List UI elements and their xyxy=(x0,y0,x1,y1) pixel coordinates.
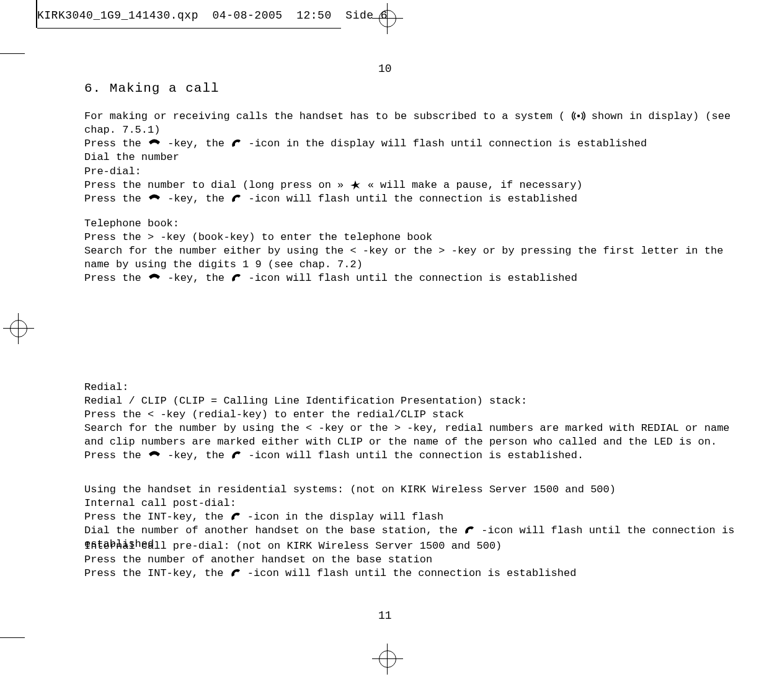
text: -key, the xyxy=(167,272,231,284)
intro-paragraph: For making or receiving calls the handse… xyxy=(84,110,748,164)
crop-mark-horizontal xyxy=(37,28,341,29)
crop-tick-left-bottom xyxy=(0,637,25,638)
phonebook-paragraph: Telephone book: Press the > -key (book-k… xyxy=(84,217,748,285)
header-filename: KIRK3040_1G9_141430.qxp xyxy=(37,9,198,22)
text: Dial the number xyxy=(84,151,748,164)
text: -icon in the display will flash xyxy=(247,511,443,523)
page-number-top: 10 xyxy=(378,63,392,75)
redial-paragraph: Redial: Redial / CLIP (CLIP = Calling Li… xyxy=(84,381,748,463)
text: Redial / CLIP (CLIP = Calling Line Ident… xyxy=(84,394,748,408)
header-side: Side 6 xyxy=(345,9,388,22)
text: Press the xyxy=(84,450,148,461)
text: Dial the number of another handset on th… xyxy=(84,525,464,536)
subheading: Telephone book: xyxy=(84,217,748,231)
text: Press the < -key (redial-key) to enter t… xyxy=(84,408,748,422)
hook-icon xyxy=(231,450,242,460)
hook-key-icon xyxy=(148,273,161,283)
text: « will make a pause, if necessary) xyxy=(368,179,583,191)
hook-key-icon xyxy=(148,193,161,203)
registration-mark-left xyxy=(3,313,34,344)
text: Press the number to dial (long press on … xyxy=(84,179,344,191)
text: -icon in the display will flash until co… xyxy=(248,138,647,149)
text: -icon will flash until the connection is… xyxy=(248,272,577,284)
subheading: Internal call pre-dial: (not on KIRK Wir… xyxy=(84,539,748,553)
text: -key, the xyxy=(167,193,231,205)
text: Search for the number either by using th… xyxy=(84,244,748,272)
text: Press the xyxy=(84,193,148,205)
text: -icon will flash until the connection is… xyxy=(248,193,577,205)
internal-predial-paragraph: Internal call pre-dial: (not on KIRK Wir… xyxy=(84,539,748,580)
signal-icon xyxy=(572,111,585,121)
text: -key, the xyxy=(167,138,231,149)
hook-icon xyxy=(464,525,475,535)
text: For making or receiving calls the handse… xyxy=(84,110,572,122)
text: Search for the number by using the < -ke… xyxy=(84,422,748,449)
text: Press the INT-key, the xyxy=(84,511,230,523)
hook-key-icon xyxy=(148,450,161,460)
text: -icon will flash until the connection is… xyxy=(247,567,577,579)
hook-icon xyxy=(230,568,241,578)
subheading: Pre-dial: xyxy=(84,165,748,179)
hook-icon xyxy=(231,193,242,203)
hook-icon xyxy=(230,512,241,521)
star-key-icon xyxy=(350,180,361,190)
text: -icon will flash until the connection is… xyxy=(248,450,584,461)
hook-icon xyxy=(231,138,242,148)
text: Press the xyxy=(84,272,148,284)
hook-key-icon xyxy=(148,138,161,148)
text: -key, the xyxy=(167,450,231,461)
page-number-bottom: 11 xyxy=(378,609,392,622)
hook-icon xyxy=(231,273,242,283)
text: Press the xyxy=(84,138,148,149)
text: Press the INT-key, the xyxy=(84,567,230,579)
registration-mark-bottom xyxy=(372,644,403,675)
header-date: 04-08-2005 xyxy=(213,9,283,22)
text: Press the > -key (book-key) to enter the… xyxy=(84,231,748,244)
predial-paragraph: Pre-dial: Press the number to dial (long… xyxy=(84,165,748,206)
text: Internal call post-dial: xyxy=(84,497,748,510)
subheading: Using the handset in residential systems… xyxy=(84,483,748,497)
header-time: 12:50 xyxy=(296,9,332,22)
subheading: Redial: xyxy=(84,381,748,394)
print-header: KIRK3040_1G9_141430.qxp 04-08-2005 12:50… xyxy=(37,9,388,22)
crop-tick-left-top xyxy=(0,53,25,54)
text: Press the number of another handset on t… xyxy=(84,553,748,567)
section-heading: 6. Making a call xyxy=(84,81,220,95)
